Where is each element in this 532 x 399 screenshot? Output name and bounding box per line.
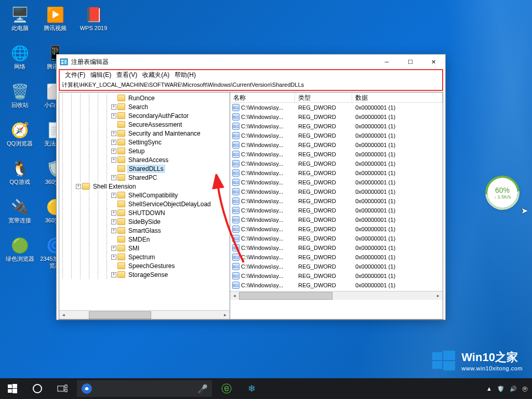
tree-node[interactable]: ShellServiceObjectDelayLoad bbox=[59, 200, 230, 208]
desktop-icon-qqbrowser[interactable]: 🧭QQ浏览器 bbox=[4, 119, 35, 155]
scroll-left-icon[interactable]: ◂ bbox=[59, 311, 68, 320]
list-row[interactable]: 011C:\Windows\sy...REG_DWORD0x00000001 (… bbox=[230, 187, 443, 196]
mic-icon[interactable]: 🎤 bbox=[197, 384, 208, 394]
tree-node[interactable]: +Security and Maintenance bbox=[59, 129, 230, 138]
expand-icon[interactable]: + bbox=[111, 140, 116, 145]
list-pane[interactable]: 名称 类型 数据 011C:\Windows\sy...REG_DWORD0x0… bbox=[230, 92, 443, 320]
tree-node[interactable]: +SmartGlass bbox=[59, 226, 230, 235]
list-row[interactable]: 011C:\Windows\sy...REG_DWORD0x00000001 (… bbox=[230, 252, 443, 262]
list-row[interactable]: 011C:\Windows\sy...REG_DWORD0x00000001 (… bbox=[230, 271, 443, 281]
list-row[interactable]: 011C:\Windows\sy...REG_DWORD0x00000001 (… bbox=[230, 178, 443, 187]
list-row[interactable]: 011C:\Windows\sy...REG_DWORD0x00000001 (… bbox=[230, 196, 443, 206]
tree-node[interactable]: +SettingSync bbox=[59, 138, 230, 147]
list-row[interactable]: 011C:\Windows\sy...REG_DWORD0x00000001 (… bbox=[230, 224, 443, 234]
tree-node[interactable]: +ShellCompatibility bbox=[59, 191, 230, 200]
tree-node[interactable]: +SharedPC bbox=[59, 173, 230, 182]
hscroll-thumb[interactable] bbox=[239, 292, 332, 300]
scroll-right-icon[interactable]: ▸ bbox=[221, 311, 230, 320]
expand-icon[interactable]: + bbox=[111, 175, 116, 180]
scroll-left-icon[interactable]: ◂ bbox=[230, 291, 239, 300]
desktop-icon-wps[interactable]: 📕WPS 2019 bbox=[78, 4, 109, 39]
col-name[interactable]: 名称 bbox=[230, 92, 295, 102]
titlebar[interactable]: 注册表编辑器 ─ ☐ ✕ bbox=[57, 55, 445, 69]
tray-volume-icon[interactable]: 🔊 bbox=[510, 385, 517, 392]
expand-icon[interactable]: + bbox=[111, 255, 116, 260]
list-row[interactable]: 011C:\Windows\sy...REG_DWORD0x00000001 (… bbox=[230, 122, 443, 131]
taskview-button[interactable] bbox=[50, 378, 75, 399]
desktop-icon-qqgame[interactable]: 🐧QQ游戏 bbox=[4, 158, 35, 193]
expand-icon[interactable]: + bbox=[76, 184, 81, 189]
desktop-icon-network[interactable]: 🌐网络 bbox=[4, 43, 35, 78]
taskbar-app-edge[interactable]: ⓔ bbox=[214, 378, 239, 399]
expand-icon[interactable]: + bbox=[111, 272, 116, 277]
close-button[interactable]: ✕ bbox=[422, 55, 445, 69]
tree-node[interactable]: +Spectrum bbox=[59, 252, 230, 261]
list-row[interactable]: 011C:\Windows\sy...REG_DWORD0x00000001 (… bbox=[230, 131, 443, 140]
tree-node[interactable]: +SecondaryAuthFactor bbox=[59, 111, 230, 120]
tree-node[interactable]: +Setup bbox=[59, 147, 230, 155]
list-row[interactable]: 011C:\Windows\sy...REG_DWORD0x00000001 (… bbox=[230, 103, 443, 112]
desktop-icon-recycle[interactable]: 🗑️回收站 bbox=[4, 81, 35, 116]
address-input[interactable] bbox=[60, 81, 442, 89]
desktop-icon-tencent-video[interactable]: ▶️腾讯视频 bbox=[39, 4, 71, 39]
scroll-right-icon[interactable]: ▸ bbox=[434, 291, 443, 300]
menu-item[interactable]: 编辑(E) bbox=[88, 71, 113, 79]
tree-pane[interactable]: RunOnce+Search+SecondaryAuthFactorSecure… bbox=[59, 92, 230, 320]
tree-node[interactable]: SecureAssessment bbox=[59, 120, 230, 129]
menu-item[interactable]: 收藏夹(A) bbox=[140, 71, 171, 79]
desktop-icon-broadband[interactable]: 🔌宽带连接 bbox=[4, 196, 35, 232]
tree-node[interactable]: +SHUTDOWN bbox=[59, 208, 230, 217]
maximize-button[interactable]: ☐ bbox=[398, 55, 422, 69]
start-button[interactable] bbox=[0, 378, 25, 399]
tree-node[interactable]: SMDEn bbox=[59, 235, 230, 244]
menu-item[interactable]: 查看(V) bbox=[114, 71, 139, 79]
list-row[interactable]: 011C:\Windows\sy...REG_DWORD0x00000001 (… bbox=[230, 243, 443, 252]
expand-icon[interactable]: + bbox=[111, 228, 116, 233]
list-row[interactable]: 011C:\Windows\sy...REG_DWORD0x00000001 (… bbox=[230, 168, 443, 178]
tray-up-icon[interactable]: ▲ bbox=[486, 385, 492, 392]
expand-icon[interactable]: + bbox=[111, 149, 116, 154]
list-row[interactable]: 011C:\Windows\sy...REG_DWORD0x00000001 (… bbox=[230, 150, 443, 159]
desktop-icon-green[interactable]: 🟢绿色浏览器 bbox=[4, 235, 35, 270]
expand-icon[interactable]: + bbox=[111, 219, 116, 224]
search-input[interactable] bbox=[97, 385, 193, 392]
tray-shield-icon[interactable]: 🛡️ bbox=[497, 385, 504, 392]
list-row[interactable]: 011C:\Windows\sy...REG_DWORD0x00000001 (… bbox=[230, 234, 443, 243]
menu-item[interactable]: 文件(F) bbox=[63, 71, 87, 79]
tree-node[interactable]: SharedDLLs bbox=[59, 164, 230, 173]
tree-node[interactable]: +SharedAccess bbox=[59, 155, 230, 164]
minimize-button[interactable]: ─ bbox=[375, 55, 398, 69]
list-row[interactable]: 011C:\Windows\sy...REG_DWORD0x00000001 (… bbox=[230, 159, 443, 168]
col-type[interactable]: 类型 bbox=[295, 92, 352, 102]
desktop-icon-pc[interactable]: 🖥️此电脑 bbox=[4, 4, 35, 39]
tree-node[interactable]: +SideBySide bbox=[59, 217, 230, 226]
expand-icon[interactable]: + bbox=[111, 104, 116, 110]
list-row[interactable]: 011C:\Windows\sy...REG_DWORD0x00000001 (… bbox=[230, 262, 443, 271]
list-hscroll[interactable]: ◂ ▸ bbox=[230, 291, 443, 300]
perf-gauge[interactable]: 60% ↓ 1.5K/s bbox=[487, 178, 517, 208]
taskbar-app-store[interactable]: ❄ bbox=[239, 378, 264, 399]
tree-node[interactable]: +StorageSense bbox=[59, 270, 230, 279]
expand-icon[interactable]: + bbox=[111, 210, 116, 216]
tree-node[interactable]: +Search bbox=[59, 102, 230, 111]
hscroll-thumb[interactable] bbox=[89, 311, 151, 319]
list-header[interactable]: 名称 类型 数据 bbox=[230, 92, 443, 103]
taskbar-search[interactable]: 🎤 bbox=[77, 380, 212, 397]
list-row[interactable]: 011C:\Windows\sy...REG_DWORD0x00000001 (… bbox=[230, 215, 443, 224]
list-row[interactable]: 011C:\Windows\sy...REG_DWORD0x00000001 (… bbox=[230, 112, 443, 122]
expand-icon[interactable]: + bbox=[111, 113, 116, 118]
expand-icon[interactable]: + bbox=[111, 193, 116, 198]
list-row[interactable]: 011C:\Windows\sy...REG_DWORD0x00000001 (… bbox=[230, 140, 443, 150]
tray-ime-icon[interactable]: ㊥ bbox=[522, 385, 528, 393]
tree-node[interactable]: +SMI bbox=[59, 244, 230, 252]
list-row[interactable]: 011C:\Windows\sy...REG_DWORD0x00000001 (… bbox=[230, 281, 443, 290]
tree-node[interactable]: +Shell Extension bbox=[59, 182, 230, 191]
expand-icon[interactable]: + bbox=[111, 131, 116, 136]
tree-hscroll[interactable]: ◂ ▸ bbox=[59, 310, 230, 319]
col-data[interactable]: 数据 bbox=[352, 92, 443, 102]
expand-icon[interactable]: + bbox=[111, 246, 116, 251]
tree-node[interactable]: SpeechGestures bbox=[59, 261, 230, 270]
list-row[interactable]: 011C:\Windows\sy...REG_DWORD0x00000001 (… bbox=[230, 206, 443, 215]
menu-item[interactable]: 帮助(H) bbox=[172, 71, 198, 79]
tree-node[interactable]: RunOnce bbox=[59, 94, 230, 102]
